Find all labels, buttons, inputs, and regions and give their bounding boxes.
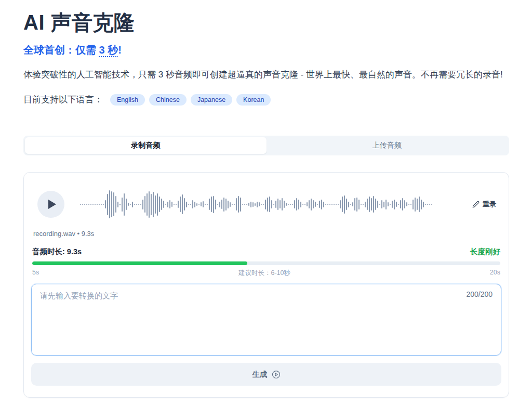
waveform-bar <box>198 204 200 205</box>
waveform-bar <box>329 204 330 205</box>
waveform-bar <box>130 204 131 205</box>
waveform-bar <box>80 204 81 205</box>
waveform-bar <box>334 204 335 205</box>
waveform-bar <box>88 204 89 205</box>
waveform-bar <box>248 203 249 206</box>
waveform-bar <box>234 204 235 205</box>
waveform-bar <box>147 193 148 216</box>
waveform-bar <box>105 200 106 208</box>
play-button[interactable] <box>37 191 64 218</box>
waveform-bar <box>155 195 156 214</box>
tab-record-audio[interactable]: 录制音频 <box>25 137 267 154</box>
waveform-bar <box>103 204 104 205</box>
waveform-bar <box>425 204 426 205</box>
waveform-bar <box>111 191 112 217</box>
waveform-bar <box>142 200 143 209</box>
page-subtitle: 全球首创：仅需 3 秒! <box>23 43 509 57</box>
text-input-container: 200/200 <box>31 284 501 356</box>
waveform-bar <box>230 202 231 207</box>
page-container: AI 声音克隆 全球首创：仅需 3 秒! 体验突破性的人工智能技术，只需 3 秒… <box>0 0 532 420</box>
waveform-bar <box>317 204 318 205</box>
waveform-bar <box>319 201 320 208</box>
waveform-bar <box>188 204 189 205</box>
audio-source-tabs: 录制音频 上传音频 <box>23 136 509 155</box>
rerecord-button[interactable]: 重录 <box>472 200 496 209</box>
waveform-bar <box>421 200 422 209</box>
waveform-bar <box>408 204 409 205</box>
supported-languages-row: 目前支持以下语言： English Chinese Japanese Korea… <box>23 94 509 106</box>
duration-progress-fill <box>32 261 247 265</box>
waveform-bar <box>215 200 216 209</box>
waveform-bar <box>352 202 353 206</box>
waveform-bar <box>313 200 314 208</box>
waveform-bar <box>383 202 384 207</box>
waveform-bar <box>398 204 399 205</box>
tts-text-input[interactable] <box>40 291 493 348</box>
waveform-bar <box>194 202 195 207</box>
waveform-bar <box>365 202 366 207</box>
waveform-bar <box>255 203 256 206</box>
waveform-bar <box>217 204 218 205</box>
audio-waveform[interactable] <box>80 188 459 220</box>
waveform-bar <box>132 202 133 207</box>
waveform-bar <box>165 204 166 205</box>
waveform-bar <box>261 204 262 205</box>
language-badge-english: English <box>110 94 145 106</box>
waveform-bar <box>375 199 376 210</box>
duration-scale-row: 5s 建议时长：6-10秒 20s <box>32 269 500 278</box>
waveform-bar <box>410 204 411 205</box>
waveform-bar <box>219 202 220 207</box>
waveform-bar <box>288 204 289 205</box>
scale-max-label: 20s <box>490 269 500 278</box>
scale-hint-label: 建议时长：6-10秒 <box>238 269 290 278</box>
waveform-bar <box>238 196 239 213</box>
waveform-bar <box>213 196 214 213</box>
waveform-bar <box>423 202 424 207</box>
waveform-bar <box>207 204 208 205</box>
waveform-bar <box>286 203 287 206</box>
waveform-bar <box>228 201 229 208</box>
generate-button[interactable]: 生成 <box>31 363 501 386</box>
duration-status-badge: 长度刚好 <box>470 247 500 257</box>
subtitle-suffix: ! <box>118 44 122 56</box>
waveform-bar <box>296 198 297 211</box>
waveform-bar <box>282 198 283 211</box>
waveform-bar <box>250 202 251 207</box>
tab-upload-audio[interactable]: 上传音频 <box>267 137 508 154</box>
waveform-bar <box>292 204 293 205</box>
waveform-bar <box>431 204 432 205</box>
waveform-bar <box>390 204 391 205</box>
waveform-bar <box>149 191 150 218</box>
waveform-bar <box>342 196 343 212</box>
waveform-bar <box>196 203 197 206</box>
waveform-bar <box>151 194 152 215</box>
waveform-bar <box>192 200 193 208</box>
waveform-bar <box>413 200 414 209</box>
waveform-bar <box>97 204 98 205</box>
waveform-bar <box>429 204 430 205</box>
waveform-bar <box>209 199 210 210</box>
waveform-bar <box>107 194 108 215</box>
waveform-bar <box>363 204 364 205</box>
waveform-bar <box>406 202 407 206</box>
waveform-bar <box>117 202 118 207</box>
play-circle-icon <box>272 370 281 379</box>
waveform-bar <box>99 204 100 205</box>
waveform-bar <box>205 204 206 205</box>
waveform-bar <box>223 198 224 212</box>
language-badge-japanese: Japanese <box>191 94 232 106</box>
waveform-bar <box>371 198 372 211</box>
waveform-bar <box>140 204 141 205</box>
play-icon <box>48 200 56 209</box>
waveform-bar <box>201 202 202 206</box>
waveform-bar <box>86 204 87 205</box>
waveform-bar <box>269 196 270 212</box>
waveform-bar <box>161 199 162 210</box>
waveform-bar <box>307 202 308 206</box>
waveform-bar <box>138 204 139 205</box>
waveform-bar <box>182 194 183 214</box>
waveform-bar <box>144 196 145 213</box>
waveform-bar <box>340 200 341 208</box>
recording-file-info: recording.wav • 9.3s <box>33 230 501 238</box>
waveform-bar <box>385 200 387 209</box>
